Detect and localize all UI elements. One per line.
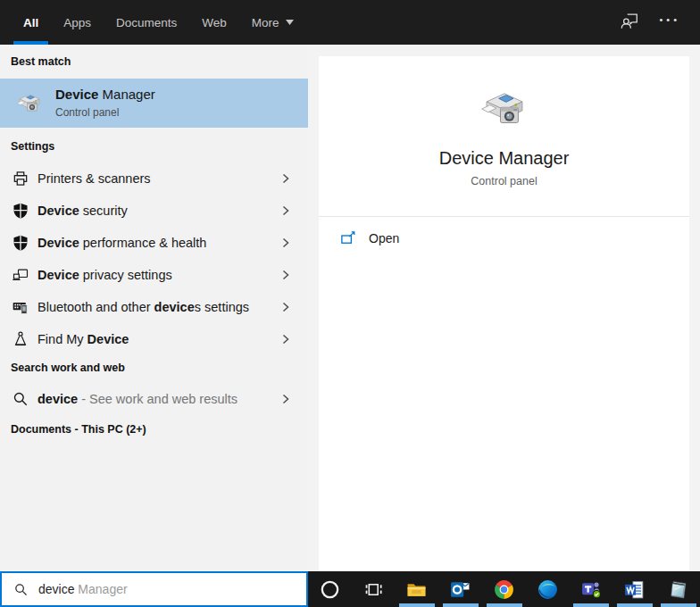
chevron-right-icon [280,237,291,248]
chrome-icon [493,578,515,601]
chevron-right-icon [280,205,291,216]
search-input[interactable]: device Manager [0,571,308,607]
chrome-button[interactable] [482,571,526,607]
running-indicator [661,603,696,607]
web-search-label: device - See work and web results [38,392,238,406]
tab-more-label: More [252,16,279,29]
running-indicator [617,603,653,607]
tab-all-label: All [23,16,38,29]
task-view-icon [362,578,385,601]
device-manager-icon-large [477,84,532,136]
preview-card: Device Manager Control panel Open [319,56,689,571]
result-label: Bluetooth and other devices settings [38,300,249,314]
edge-icon [537,578,559,601]
search-results-panel: Best match Device Manager Control panel … [0,45,308,571]
result-label: Device privacy settings [38,268,172,282]
teams-icon [580,578,603,601]
windows-search-panel: All Apps Documents Web More [0,0,700,607]
word-button[interactable] [612,571,656,607]
teams-button[interactable] [570,571,613,607]
file-explorer-icon [405,578,428,601]
cortana-button[interactable] [308,571,352,607]
tab-web[interactable]: Web [189,0,239,45]
tab-more[interactable]: More [239,0,306,45]
running-indicator [573,603,609,607]
search-filter-bar: All Apps Documents Web More [0,0,700,45]
search-suggestion-text: Manager [74,582,127,596]
result-label: Find My Device [38,332,129,346]
result-item-printers-scanners[interactable]: Printers & scanners [0,162,308,195]
edge-button[interactable] [526,571,570,607]
tab-documents[interactable]: Documents [104,0,189,45]
result-label: Device security [38,204,128,218]
open-button-label: Open [369,231,399,245]
result-label: Printers & scanners [38,171,151,186]
shield-icon [11,234,29,253]
word-icon [623,578,646,601]
filter-tabs: All Apps Documents Web More [0,0,306,45]
tab-documents-label: Documents [116,16,177,29]
chevron-right-icon [280,173,291,184]
open-external-icon [340,230,356,246]
cortana-icon [319,578,341,601]
chevron-down-icon [286,20,294,25]
section-header-search-work-web: Search work and web [11,362,125,374]
result-item-bluetooth-devices-settings[interactable]: Bluetooth and other devices settings [0,291,308,323]
notepad-button[interactable] [656,571,700,607]
task-view-button[interactable] [352,571,396,607]
preview-panel: Device Manager Control panel Open [308,45,700,571]
open-button[interactable]: Open [319,217,689,260]
result-label: Device performance & health [38,236,206,250]
search-icon [11,390,29,409]
result-item-device-privacy-settings[interactable]: Device privacy settings [0,259,308,291]
taskbar [308,571,700,607]
person-pin-icon [11,330,29,349]
preview-title: Device Manager [319,148,689,169]
user-account-icon [620,11,639,30]
section-header-documents: Documents - This PC (2+) [11,423,146,436]
running-indicator [443,603,479,607]
keyboard-phone-icon [11,298,29,317]
outlook-icon [449,578,471,601]
search-typed-text: device [38,582,74,596]
result-item-device-performance-health[interactable]: Device performance & health [0,227,308,259]
preview-subtitle: Control panel [319,175,689,187]
section-header-settings: Settings [11,140,54,153]
ellipsis-menu-button[interactable]: ••• [659,15,680,30]
result-item-find-my-device[interactable]: Find My Device [0,323,308,355]
file-explorer-button[interactable] [396,571,439,607]
chevron-right-icon [280,334,291,345]
chevron-right-icon [280,270,291,280]
notepad-icon [667,578,689,601]
tab-apps-label: Apps [63,16,91,29]
best-match-item-device-manager[interactable]: Device Manager Control panel [0,79,308,128]
shield-icon [11,202,29,220]
result-item-web-search[interactable]: device - See work and web results [0,383,308,415]
user-account-button[interactable] [620,11,639,34]
best-match-subtitle: Control panel [55,105,155,121]
running-indicator [487,603,522,607]
result-item-device-security[interactable]: Device security [0,195,308,227]
devices-icon [11,266,29,285]
printer-icon [11,170,29,188]
tab-web-label: Web [202,16,227,29]
chevron-right-icon [280,302,291,312]
best-match-title: Device Manager [55,86,155,103]
device-manager-icon [15,89,44,118]
tab-all[interactable]: All [11,0,51,45]
tab-apps[interactable]: Apps [51,0,104,45]
chevron-right-icon [280,394,291,404]
outlook-button[interactable] [438,571,482,607]
search-icon [13,582,29,597]
section-header-best-match: Best match [11,55,71,68]
running-indicator [399,603,435,607]
